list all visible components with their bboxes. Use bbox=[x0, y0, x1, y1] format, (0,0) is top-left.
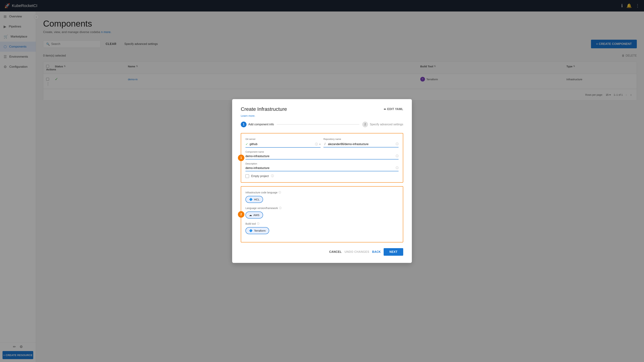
git-ok-icon: ✓ bbox=[246, 142, 248, 146]
pencil-icon: ✏ bbox=[384, 108, 386, 111]
hcl-icon: 🔷 bbox=[249, 198, 253, 201]
dialog-footer: CANCEL UNDO CHANGES BACK NEXT bbox=[241, 248, 403, 256]
git-server-dropdown-icon[interactable]: ▾ bbox=[319, 143, 320, 146]
create-infrastructure-dialog: Create Infrastructure ✏ EDIT YAML Learn … bbox=[232, 99, 412, 263]
undo-changes-button[interactable]: UNDO CHANGES bbox=[345, 250, 370, 254]
git-repo-row: Git server ✓ ⓘ ▾ Repository name / ⓘ bbox=[246, 138, 398, 148]
aws-icon: ☁ bbox=[249, 213, 252, 217]
framework-info-icon[interactable]: ⓘ bbox=[279, 207, 282, 210]
repo-name-field: Repository name / ⓘ bbox=[324, 138, 398, 148]
step-1-label: Add component info bbox=[248, 123, 274, 126]
git-server-input-row: ✓ ⓘ ▾ bbox=[246, 142, 320, 148]
dialog-overlay: Create Infrastructure ✏ EDIT YAML Learn … bbox=[0, 0, 644, 362]
git-server-label: Git server bbox=[246, 138, 320, 140]
git-server-input[interactable] bbox=[250, 143, 314, 146]
learn-more-link[interactable]: Learn more. bbox=[241, 114, 403, 117]
aws-chip[interactable]: ☁ AWS bbox=[246, 212, 263, 219]
empty-project-label: Empty project bbox=[251, 175, 269, 178]
git-server-field: Git server ✓ ⓘ ▾ bbox=[246, 138, 320, 148]
step-2-label: Specify advanced settings bbox=[370, 123, 403, 126]
next-button[interactable]: NEXT bbox=[384, 248, 403, 256]
component-name-input-row: ⓘ bbox=[246, 154, 398, 159]
steps-row: 1 Add component info 2 Specify advanced … bbox=[241, 122, 403, 127]
build-tool-info-icon[interactable]: ⓘ bbox=[257, 222, 260, 225]
step-line bbox=[277, 124, 360, 125]
step-1: 1 Add component info bbox=[241, 122, 274, 127]
build-tool-label: Build tool ⓘ bbox=[246, 222, 398, 225]
step-section-1: 1 Git server ✓ ⓘ ▾ Repository name / bbox=[241, 133, 403, 183]
step-section-2: 2 Infrastructure code language ⓘ 🔷 HCL L… bbox=[241, 186, 403, 242]
framework-label: Language version/framework ⓘ bbox=[246, 207, 398, 210]
repo-name-input-row: / ⓘ bbox=[324, 142, 398, 147]
build-tool-chips: 🔷 Terraform bbox=[246, 227, 398, 234]
empty-project-info-icon[interactable]: ⓘ bbox=[271, 174, 274, 178]
terraform-chip[interactable]: 🔷 Terraform bbox=[246, 227, 269, 234]
description-row: Description ⓘ bbox=[246, 162, 398, 171]
step-1-badge: 1 bbox=[238, 155, 244, 161]
component-name-input[interactable] bbox=[246, 155, 394, 158]
repo-name-input[interactable] bbox=[328, 143, 394, 146]
step-1-num: 1 bbox=[241, 122, 246, 127]
description-input[interactable] bbox=[246, 166, 394, 170]
repo-info-icon[interactable]: ⓘ bbox=[396, 142, 398, 146]
lang-info-icon[interactable]: ⓘ bbox=[278, 191, 281, 194]
cancel-button[interactable]: CANCEL bbox=[329, 250, 342, 254]
dialog-header: Create Infrastructure ✏ EDIT YAML bbox=[241, 106, 403, 112]
repo-name-label: Repository name bbox=[324, 138, 398, 140]
terraform-chip-icon: 🔷 bbox=[249, 229, 253, 232]
dialog-title: Create Infrastructure bbox=[241, 106, 287, 112]
component-name-info-icon[interactable]: ⓘ bbox=[396, 154, 398, 158]
git-server-info-icon[interactable]: ⓘ bbox=[315, 142, 318, 146]
step-2: 2 Specify advanced settings bbox=[362, 122, 403, 127]
step-2-badge: 2 bbox=[238, 211, 244, 218]
step-2-num: 2 bbox=[362, 122, 368, 127]
component-name-row: Component name ⓘ bbox=[246, 150, 398, 159]
empty-project-row: Empty project ⓘ bbox=[246, 174, 398, 178]
description-input-row: ⓘ bbox=[246, 166, 398, 171]
edit-yaml-button[interactable]: ✏ EDIT YAML bbox=[384, 108, 403, 111]
description-info-icon[interactable]: ⓘ bbox=[396, 166, 398, 170]
lang-chips: 🔷 HCL bbox=[246, 196, 398, 203]
back-button[interactable]: BACK bbox=[372, 250, 381, 254]
separator-icon: / bbox=[324, 142, 326, 146]
component-name-label: Component name bbox=[246, 150, 398, 153]
hcl-chip[interactable]: 🔷 HCL bbox=[246, 196, 263, 203]
lang-label: Infrastructure code language ⓘ bbox=[246, 191, 398, 194]
empty-project-checkbox[interactable] bbox=[246, 174, 249, 178]
description-label: Description bbox=[246, 162, 398, 165]
framework-chips: ☁ AWS bbox=[246, 212, 398, 219]
